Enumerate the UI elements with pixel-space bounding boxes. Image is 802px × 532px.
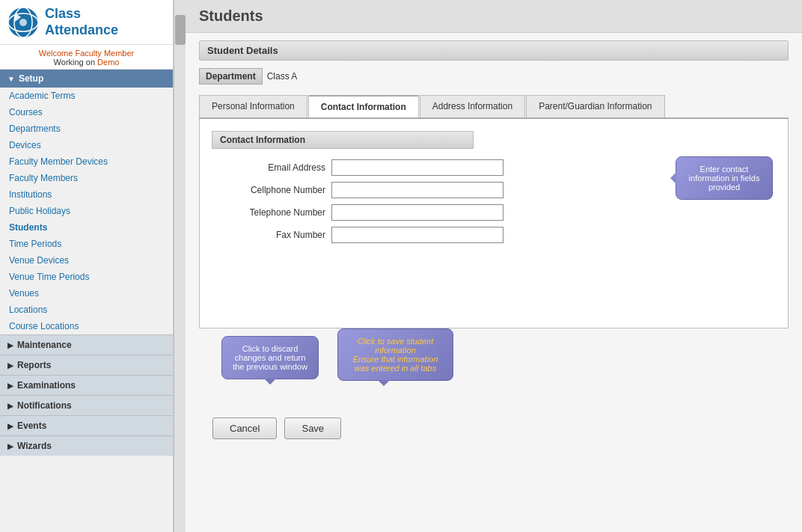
app-logo-icon xyxy=(7,7,39,38)
scrollbar-thumb[interactable] xyxy=(175,15,186,45)
save-button[interactable]: Save xyxy=(284,418,341,439)
sidebar-section-events[interactable]: ▶ Events xyxy=(0,415,173,435)
cancel-button[interactable]: Cancel xyxy=(212,418,277,439)
sidebar-item-venue-devices[interactable]: Venue Devices xyxy=(0,252,173,269)
email-address-label: Email Address xyxy=(212,162,331,173)
tab-parent-guardian-information[interactable]: Parent/Guardian Information xyxy=(526,95,664,117)
button-row: Cancel Save xyxy=(212,418,341,439)
sidebar-item-course-locations[interactable]: Course Locations xyxy=(0,318,173,334)
telephone-number-label: Telephone Number xyxy=(212,207,331,218)
sidebar-item-academic-terms[interactable]: Academic Terms xyxy=(0,88,173,104)
sidebar-item-public-holidays[interactable]: Public Holidays xyxy=(0,203,173,219)
tab-personal-information[interactable]: Personal Information xyxy=(199,95,307,117)
sidebar-section-setup[interactable]: ▼ Setup xyxy=(0,70,173,88)
reports-arrow-icon: ▶ xyxy=(7,361,13,370)
page-title: Students xyxy=(199,7,263,24)
sidebar-item-departments[interactable]: Departments xyxy=(0,120,173,137)
sidebar-item-students[interactable]: Students xyxy=(0,219,173,236)
sidebar-header: Class Attendance xyxy=(0,0,173,45)
department-label: Department xyxy=(199,68,263,85)
student-details-bar: Student Details xyxy=(199,40,789,61)
svg-point-3 xyxy=(19,19,27,26)
sidebar-section-wizards[interactable]: ▶ Wizards xyxy=(0,435,173,456)
sidebar-section-reports[interactable]: ▶ Reports xyxy=(0,355,173,375)
setup-links-container: Academic Terms Courses Departments Devic… xyxy=(0,88,173,334)
contact-info-tooltip: Enter contact information in fields prov… xyxy=(676,156,773,200)
action-area: Click to discard changes and return the … xyxy=(199,328,789,448)
cancel-tooltip: Click to discard changes and return the … xyxy=(221,336,319,379)
welcome-text: Welcome Faculty Member Working on Demo xyxy=(0,45,173,70)
tab-address-information[interactable]: Address Information xyxy=(420,95,525,117)
sidebar-item-devices[interactable]: Devices xyxy=(0,137,173,153)
department-value: Class A xyxy=(267,71,298,82)
app-name-line2: Attendance xyxy=(45,22,118,39)
email-address-input[interactable] xyxy=(331,159,503,176)
events-arrow-icon: ▶ xyxy=(7,422,13,430)
sidebar-section-notifications[interactable]: ▶ Notifications xyxy=(0,395,173,415)
telephone-number-row: Telephone Number xyxy=(212,204,776,221)
setup-arrow-icon: ▼ xyxy=(7,75,15,83)
sidebar-item-venue-time-periods[interactable]: Venue Time Periods xyxy=(0,269,173,285)
save-tooltip: Click to save student informationEnsure … xyxy=(337,328,453,381)
sidebar-scroll-area[interactable]: ▼ Setup Academic Terms Courses Departmen… xyxy=(0,70,173,532)
sidebar: Class Attendance Welcome Faculty Member … xyxy=(0,0,174,532)
sidebar-section-examinations[interactable]: ▶ Examinations xyxy=(0,375,173,395)
page-header: Students xyxy=(186,0,802,33)
fax-number-row: Fax Number xyxy=(212,227,776,243)
main-content: Students Student Details Department Clas… xyxy=(186,0,802,532)
maintenance-arrow-icon: ▶ xyxy=(7,341,13,349)
app-name-container: Class Attendance xyxy=(45,6,118,38)
sidebar-item-institutions[interactable]: Institutions xyxy=(0,186,173,203)
form-panel: Contact Information Email Address Cellph… xyxy=(199,119,789,328)
sidebar-section-maintenance[interactable]: ▶ Maintenance xyxy=(0,334,173,355)
telephone-number-input[interactable] xyxy=(331,204,503,221)
cellphone-number-label: Cellphone Number xyxy=(212,185,331,195)
tab-contact-information[interactable]: Contact Information xyxy=(308,95,419,117)
sidebar-scrollbar[interactable] xyxy=(174,0,186,532)
notifications-arrow-icon: ▶ xyxy=(7,402,13,410)
sidebar-item-faculty-members[interactable]: Faculty Members xyxy=(0,170,173,186)
sidebar-item-courses[interactable]: Courses xyxy=(0,104,173,120)
examinations-arrow-icon: ▶ xyxy=(7,382,13,390)
sidebar-item-time-periods[interactable]: Time Periods xyxy=(0,236,173,252)
sidebar-item-venues[interactable]: Venues xyxy=(0,285,173,302)
content-area: Student Details Department Class A Perso… xyxy=(186,33,802,532)
department-row: Department Class A xyxy=(199,68,789,85)
tabs-container: Personal Information Contact Information… xyxy=(199,95,789,119)
form-section-title: Contact Information xyxy=(212,131,474,149)
fax-number-input[interactable] xyxy=(331,227,503,243)
fax-number-label: Fax Number xyxy=(212,230,331,240)
sidebar-item-locations[interactable]: Locations xyxy=(0,302,173,318)
cellphone-number-input[interactable] xyxy=(331,182,503,198)
wizards-arrow-icon: ▶ xyxy=(7,442,13,450)
sidebar-item-faculty-member-devices[interactable]: Faculty Member Devices xyxy=(0,153,173,170)
app-name-line1: Class xyxy=(45,6,118,22)
